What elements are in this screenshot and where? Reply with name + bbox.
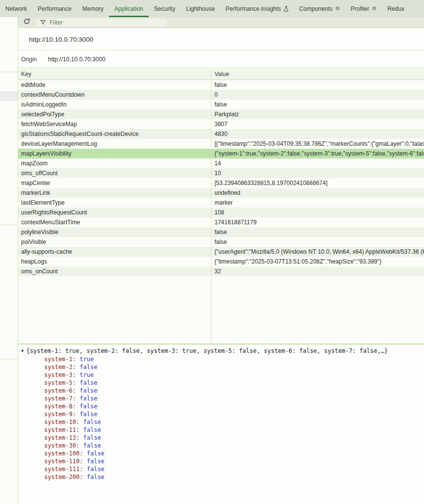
table-row[interactable]: markerLinkundefined <box>18 188 424 198</box>
row-value: false <box>211 227 424 237</box>
preview-entry-key: system-3: <box>44 371 80 378</box>
row-key: deviceLayerManagementLog <box>18 139 211 149</box>
preview-entry-key: system-1: <box>44 356 80 363</box>
preview-entry: system-30: false <box>44 442 105 450</box>
tab-memory[interactable]: Memory <box>77 0 109 17</box>
tab-lighthouse[interactable]: Lighthouse <box>181 0 220 17</box>
row-value: 108 <box>211 208 424 217</box>
column-divider[interactable] <box>211 69 212 344</box>
row-value: {"system-1":true,"system-2":false,"syste… <box>211 149 424 159</box>
row-value: [53.23940863328815,8.197002410888674] <box>211 178 424 188</box>
table-row[interactable]: editModefalse <box>18 80 424 90</box>
preview-entry-value: false <box>80 411 97 418</box>
filter-funnel-icon <box>40 18 46 27</box>
preview-entry-value: false <box>87 450 105 457</box>
tab-security[interactable]: Security <box>149 0 181 17</box>
preview-entries: system-1: truesystem-2: falsesystem-3: t… <box>44 355 105 481</box>
sidebar-selected-item[interactable] <box>0 91 18 101</box>
preview-entry: system-7: false <box>44 395 105 402</box>
table-row[interactable]: polylineVisiblefalse <box>18 227 424 237</box>
filter-input[interactable] <box>49 19 163 27</box>
tab-label: Components <box>299 5 333 12</box>
row-value: false <box>211 237 424 247</box>
row-key: mapCenter <box>18 178 211 188</box>
table-row[interactable]: mapCenter[53.23940863328815,8.1970024108… <box>18 178 424 188</box>
column-header-key[interactable]: Key <box>18 69 211 80</box>
table-row[interactable]: selectedPoiTypeParkplatz <box>18 109 424 119</box>
preview-entry: system-5: false <box>44 379 105 387</box>
devtools-tabbar: NetworkPerformanceMemoryApplicationSecur… <box>0 0 424 17</box>
preview-entry-key: system-9: <box>44 411 80 418</box>
table-row[interactable]: heapLogs{"timestamp":"2025-03-07T13:51:0… <box>18 257 424 266</box>
row-value: 4830 <box>211 129 424 139</box>
preview-entry-value: false <box>87 458 105 465</box>
row-value: 32 <box>211 266 424 276</box>
table-row[interactable]: userRightsRequestCount108 <box>18 208 424 217</box>
row-value: 14 <box>211 159 424 168</box>
tab-components[interactable]: Components⚙ <box>294 0 345 17</box>
preview-entry-value: false <box>80 387 97 394</box>
flask-icon <box>284 6 289 12</box>
row-key: polylineVisible <box>18 227 211 237</box>
gear-icon: ⚙ <box>335 6 340 11</box>
collapse-triangle-icon[interactable]: ▼ <box>21 347 24 355</box>
preview-entry-value: false <box>83 419 101 425</box>
preview-entry-value: false <box>87 474 105 480</box>
row-key: userRightsRequestCount <box>18 208 211 217</box>
preview-summary-row: ▼ {system-1: true, system-2: false, syst… <box>21 347 388 355</box>
table-row[interactable]: oms_offCount10 <box>18 168 424 178</box>
refresh-button[interactable] <box>22 18 31 27</box>
preview-entry-value: false <box>83 442 101 449</box>
preview-summary: {system-1: true, system-2: false, system… <box>26 347 388 355</box>
sidebar-divider <box>0 72 18 72</box>
row-value: undefined <box>211 188 424 198</box>
table-row[interactable]: mapLayersVisibility{"system-1":true,"sys… <box>18 149 424 159</box>
row-value: 10 <box>211 168 424 178</box>
preview-entry-key: system-30: <box>44 442 83 449</box>
preview-entry: system-2: false <box>44 363 105 371</box>
row-key: oms_onCount <box>18 266 211 276</box>
tab-network[interactable]: Network <box>0 0 32 17</box>
tab-application[interactable]: Application <box>109 0 149 17</box>
preview-entry-key: system-6: <box>44 387 80 394</box>
tab-label: Redux <box>387 5 404 12</box>
preview-entry: system-110: false <box>44 457 105 465</box>
tab-performance-insights[interactable]: Performance insights <box>220 0 294 17</box>
storage-section: http://10.10.0.70:3000 Origin http://10.… <box>18 28 424 68</box>
preview-entry-value: false <box>80 395 97 402</box>
preview-entry-value: false <box>87 466 105 473</box>
preview-entry: system-8: false <box>44 402 105 410</box>
table-row[interactable]: fetchWebServiceMap3807 <box>18 119 424 129</box>
sidebar-divider <box>0 225 18 225</box>
preview-entry-key: system-2: <box>44 364 80 371</box>
table-row[interactable]: gisStationsStaticRequestCount-createDevi… <box>18 129 424 139</box>
table-row[interactable]: contextMenuCountdown0 <box>18 90 424 100</box>
row-value: [{"timestamp":"2025-03-04T09:35:38.786Z"… <box>211 139 424 149</box>
table-row[interactable]: deviceLayerManagementLog[{"timestamp":"2… <box>18 139 424 149</box>
preview-entry-value: true <box>80 371 94 378</box>
preview-entry-value: false <box>80 379 97 386</box>
row-key: contextMenuCountdown <box>18 90 211 100</box>
table-header: Key Value <box>18 69 424 80</box>
table-row[interactable]: contextMenuStartTime1741618871179 <box>18 217 424 227</box>
tab-performance[interactable]: Performance <box>32 0 77 17</box>
tab-profiler[interactable]: Profiler⚙ <box>345 0 382 17</box>
row-key: mapZoom <box>18 159 211 168</box>
preview-entry: system-13: false <box>44 434 105 442</box>
row-value: Parkplatz <box>211 109 424 119</box>
table-row[interactable]: poiVisiblefalse <box>18 237 424 247</box>
table-row[interactable]: mapZoom14 <box>18 159 424 168</box>
table-row[interactable]: isAdminLoggedInfalse <box>18 100 424 109</box>
row-value: {"userAgent":"Mozilla/5.0 (Windows NT 10… <box>211 247 424 257</box>
origin-value: http://10.10.0.70:3000 <box>48 56 106 63</box>
origin-label: Origin <box>21 56 37 63</box>
tab-label: Security <box>154 5 175 12</box>
table-row[interactable]: lastElementTypemarker <box>18 198 424 208</box>
table-row[interactable]: ally-supports-cache{"userAgent":"Mozilla… <box>18 247 424 257</box>
column-header-value[interactable]: Value <box>211 69 424 80</box>
row-key: markerLink <box>18 188 211 198</box>
table-row[interactable]: oms_onCount32 <box>18 266 424 276</box>
tab-redux[interactable]: Redux <box>382 0 410 17</box>
row-value: 3807 <box>211 119 424 129</box>
tab-label: Performance insights <box>226 5 281 12</box>
